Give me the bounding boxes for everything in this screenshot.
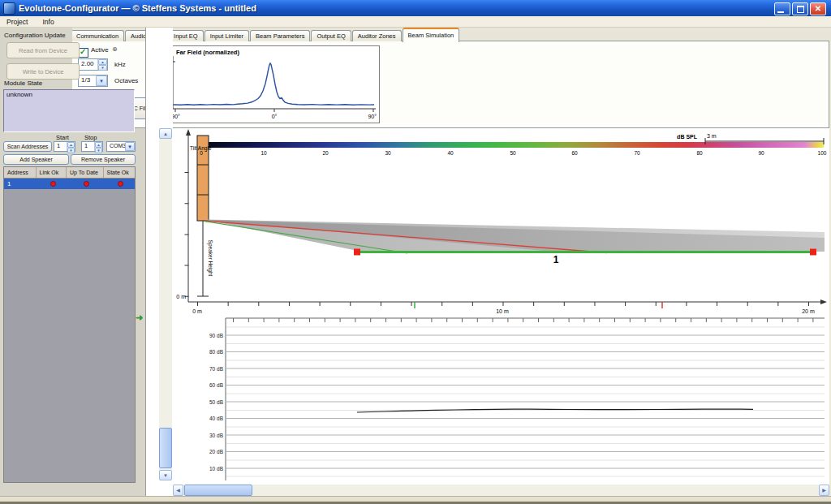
status-alert-icon bbox=[50, 181, 56, 187]
frequency-unit-label: kHz bbox=[114, 61, 126, 68]
app-icon bbox=[3, 2, 15, 15]
colorbar-tick: 60 bbox=[571, 150, 578, 156]
splitter-collapse-arrow-icon[interactable]: ➜ bbox=[136, 313, 143, 321]
active-info-icon: ⊕ bbox=[112, 45, 118, 53]
y-label-30db: 30 dB bbox=[209, 433, 223, 438]
spin-down-icon[interactable]: ▼ bbox=[98, 65, 107, 71]
start-address-spinner[interactable]: ▲▼ bbox=[67, 142, 75, 151]
x-axis-label-20m: 20 m bbox=[802, 308, 815, 314]
vertical-scrollbar[interactable]: ▲ ▼ bbox=[159, 128, 172, 480]
tab-beam-simulation[interactable]: Beam Simulation bbox=[403, 28, 460, 42]
colorbar-unit-label: dB SPL bbox=[677, 134, 698, 140]
dropdown-arrow-icon[interactable]: ▼ bbox=[96, 75, 107, 86]
menu-bar: Project Info bbox=[0, 16, 831, 28]
configuration-update-label: Configuration Update bbox=[4, 32, 66, 39]
dropdown-arrow-icon[interactable]: ▼ bbox=[125, 142, 135, 151]
table-row[interactable]: 1 bbox=[4, 179, 135, 189]
column-header-up-to-date[interactable]: Up To Date bbox=[67, 167, 103, 178]
tab-bar: Communication Audio Input Input EQ Input… bbox=[71, 29, 460, 41]
active-checkbox[interactable]: ✓ bbox=[79, 48, 88, 58]
restore-button[interactable] bbox=[792, 2, 808, 15]
sim-y-axis-arrow-icon bbox=[186, 129, 191, 136]
vertical-scrollbar-thumb[interactable] bbox=[159, 428, 172, 468]
module-state-item[interactable]: unknown bbox=[6, 91, 32, 98]
add-speaker-button[interactable]: Add Speaker bbox=[3, 154, 69, 165]
colorbar-tick: 50 bbox=[510, 150, 516, 156]
tab-auditor-zones[interactable]: Auditor Zones bbox=[352, 30, 402, 41]
horizontal-scrollbar[interactable]: ◀ ▶ bbox=[173, 485, 829, 496]
bandwidth-unit-label: Octaves bbox=[114, 77, 138, 84]
spin-up-icon[interactable]: ▲ bbox=[67, 142, 75, 148]
y-label-40db: 40 dB bbox=[209, 416, 223, 421]
spin-up-icon[interactable]: ▲ bbox=[98, 59, 107, 65]
y-label-70db: 70 dB bbox=[209, 366, 223, 372]
write-to-device-button[interactable]: Write to Device bbox=[6, 63, 80, 80]
stop-address-value: 1 bbox=[82, 142, 94, 151]
frequency-input[interactable]: 2.00 ▲▼ bbox=[78, 58, 108, 71]
module-state-label: Module State bbox=[4, 80, 42, 87]
beam-simulation-view: Tilt Angle 0 10 20 30 40 50 60 70 80 90 … bbox=[173, 128, 829, 485]
column-header-address[interactable]: Address bbox=[4, 167, 37, 178]
start-address-input[interactable]: 1 ▲▼ bbox=[54, 141, 75, 152]
spl-chart-y-labels: 90 dB 80 dB 70 dB 60 dB 50 dB 40 dB 30 d… bbox=[209, 333, 223, 472]
far-field-xtick-right: 90° bbox=[368, 114, 377, 119]
colorbar-tick: 20 bbox=[322, 150, 329, 156]
far-field-curve bbox=[174, 63, 374, 105]
colorbar-tick: 0 bbox=[200, 150, 203, 156]
scan-addresses-button[interactable]: Scan Addresses bbox=[3, 141, 52, 152]
minimize-button[interactable] bbox=[774, 2, 790, 15]
y-label-60db: 60 dB bbox=[209, 382, 223, 388]
far-field-title: Far Field (normalized) bbox=[176, 49, 239, 56]
zone-number-label: 1 bbox=[553, 254, 559, 265]
zone-start-handle[interactable] bbox=[354, 249, 360, 256]
stop-label: Stop bbox=[84, 134, 97, 141]
com-port-dropdown[interactable]: COM3 ▼ bbox=[106, 141, 136, 152]
tab-output-eq[interactable]: Output EQ bbox=[311, 30, 351, 41]
spin-up-icon[interactable]: ▲ bbox=[95, 142, 102, 148]
spin-down-icon[interactable]: ▼ bbox=[95, 148, 102, 153]
spin-down-icon[interactable]: ▼ bbox=[67, 148, 75, 153]
colorbar-tick: 100 bbox=[818, 150, 827, 156]
zone-end-handle[interactable] bbox=[810, 249, 816, 256]
horizontal-scrollbar-thumb[interactable] bbox=[184, 485, 252, 496]
module-state-listbox[interactable]: unknown bbox=[3, 89, 135, 132]
colorbar-tick: 90 bbox=[758, 150, 764, 156]
menu-info[interactable]: Info bbox=[42, 18, 54, 26]
restore-icon bbox=[797, 6, 804, 13]
bandwidth-dropdown[interactable]: 1/3 ▼ bbox=[78, 75, 108, 87]
stop-address-spinner[interactable]: ▲▼ bbox=[94, 142, 102, 151]
start-label: Start bbox=[56, 134, 69, 141]
title-bar: Evolutone-Configurator — © Steffens Syst… bbox=[0, 0, 831, 16]
check-icon: ✓ bbox=[80, 47, 86, 56]
splitter-divider[interactable] bbox=[145, 28, 146, 496]
tab-communication[interactable]: Communication bbox=[71, 30, 124, 41]
colorbar-tick: 70 bbox=[634, 150, 640, 156]
speaker-height-label: Speaker Height bbox=[207, 240, 213, 277]
stop-address-input[interactable]: 1 ▲▼ bbox=[81, 141, 103, 152]
minimize-icon bbox=[777, 11, 784, 13]
close-button[interactable]: ✕ bbox=[810, 2, 826, 15]
menu-project[interactable]: Project bbox=[6, 18, 28, 26]
frequency-spinner[interactable]: ▲▼ bbox=[97, 59, 107, 70]
read-from-device-button[interactable]: Read from Device bbox=[6, 42, 80, 58]
scroll-down-icon[interactable]: ▼ bbox=[159, 470, 172, 480]
colorbar-tick: 30 bbox=[385, 150, 391, 156]
scroll-right-icon[interactable]: ▶ bbox=[819, 485, 829, 496]
spl-curve bbox=[357, 409, 753, 412]
frequency-value: 2.00 bbox=[79, 59, 97, 70]
scroll-left-icon[interactable]: ◀ bbox=[173, 485, 183, 496]
tab-input-eq[interactable]: Input EQ bbox=[168, 30, 204, 41]
scroll-up-icon[interactable]: ▲ bbox=[159, 128, 172, 139]
tab-beam-parameters[interactable]: Beam Parameters bbox=[250, 30, 310, 41]
remove-speaker-button[interactable]: Remove Speaker bbox=[71, 154, 136, 165]
status-alert-icon bbox=[118, 181, 123, 187]
x-axis-label-0m: 0 m bbox=[192, 308, 202, 314]
column-header-link-ok[interactable]: Link Ok bbox=[37, 167, 67, 178]
origin-label: 0 m bbox=[176, 294, 186, 299]
tab-input-limiter[interactable]: Input Limiter bbox=[205, 30, 249, 41]
colorbar-tick: 40 bbox=[447, 150, 454, 156]
window-title: Evolutone-Configurator — © Steffens Syst… bbox=[19, 3, 256, 13]
close-icon: ✕ bbox=[811, 3, 825, 15]
column-header-state-ok[interactable]: State Ok bbox=[104, 167, 136, 178]
simulation-svg: Tilt Angle 0 10 20 30 40 50 60 70 80 90 … bbox=[173, 128, 829, 485]
